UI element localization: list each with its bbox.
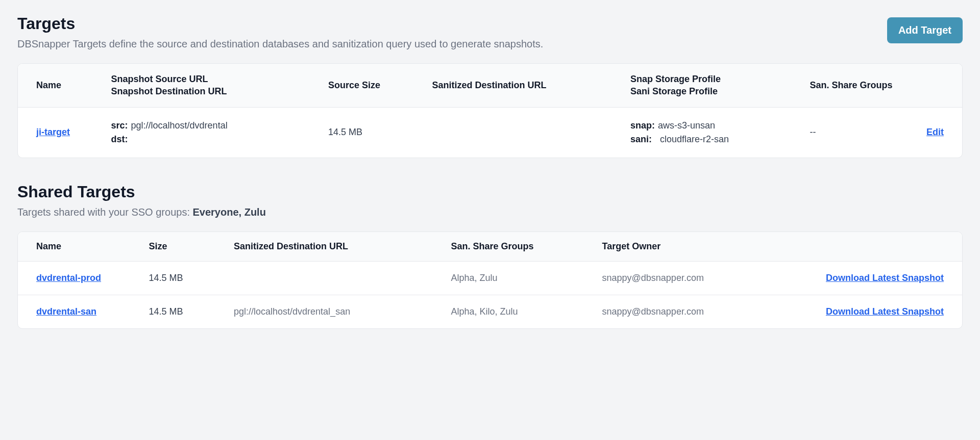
targets-table: Name Snapshot Source URL Snapshot Destin… xyxy=(18,64,962,158)
targets-title: Targets xyxy=(17,14,543,33)
src-label: src: xyxy=(111,120,128,131)
shared-col-san-dest-url: Sanitized Destination URL xyxy=(226,232,443,262)
col-storage-line1: Snap Storage Profile xyxy=(630,73,794,85)
targets-table-card: Name Snapshot Source URL Snapshot Destin… xyxy=(17,63,963,158)
src-value: pgl://localhost/dvdrental xyxy=(131,120,228,131)
col-name: Name xyxy=(18,64,103,107)
snap-label: snap: xyxy=(630,120,655,131)
shared-targets-table-card: Name Size Sanitized Destination URL San.… xyxy=(17,231,963,329)
col-san-dest-url: Sanitized Destination URL xyxy=(424,64,623,107)
col-url: Snapshot Source URL Snapshot Destination… xyxy=(103,64,321,107)
download-snapshot-link[interactable]: Download Latest Snapshot xyxy=(826,306,944,317)
san-dest-url-value xyxy=(424,107,623,158)
shared-table-header-row: Name Size Sanitized Destination URL San.… xyxy=(18,232,962,262)
shared-san-dest-url-value: pgl://localhost/dvdrental_san xyxy=(226,295,443,328)
snap-value: aws-s3-unsan xyxy=(658,120,715,131)
shared-targets-title: Shared Targets xyxy=(17,183,266,201)
target-name-link[interactable]: ji-target xyxy=(36,127,70,137)
shared-subtitle-groups: Everyone, Zulu xyxy=(193,206,266,218)
shared-col-name: Name xyxy=(18,232,141,262)
shared-targets-table: Name Size Sanitized Destination URL San.… xyxy=(18,232,962,328)
col-share-groups: San. Share Groups xyxy=(802,64,915,107)
col-source-size: Source Size xyxy=(320,64,424,107)
shared-col-share-groups: San. Share Groups xyxy=(443,232,594,262)
shared-col-actions xyxy=(802,232,963,262)
shared-subtitle-prefix: Targets shared with your SSO groups: xyxy=(17,206,193,218)
shared-size-value: 14.5 MB xyxy=(141,261,226,295)
shared-targets-subtitle: Targets shared with your SSO groups: Eve… xyxy=(17,206,266,218)
share-groups-value: -- xyxy=(802,107,915,158)
targets-header: Targets DBSnapper Targets define the sou… xyxy=(17,14,963,50)
col-storage-line2: Sani Storage Profile xyxy=(630,85,794,97)
col-url-line2: Snapshot Destination URL xyxy=(111,85,312,97)
shared-target-name-link[interactable]: dvdrental-prod xyxy=(36,273,101,283)
shared-target-name-link[interactable]: dvdrental-san xyxy=(36,306,96,317)
dst-label: dst: xyxy=(111,134,128,144)
download-snapshot-link[interactable]: Download Latest Snapshot xyxy=(826,273,944,283)
targets-subtitle: DBSnapper Targets define the source and … xyxy=(17,38,543,50)
shared-col-owner: Target Owner xyxy=(594,232,802,262)
col-actions xyxy=(915,64,963,107)
table-row: ji-target src:pgl://localhost/dvdrental … xyxy=(18,107,962,158)
shared-owner-value: snappy@dbsnapper.com xyxy=(594,261,802,295)
source-size-value: 14.5 MB xyxy=(320,107,424,158)
table-row: dvdrental-san 14.5 MB pgl://localhost/dv… xyxy=(18,295,962,328)
sani-label: sani: xyxy=(630,134,652,144)
shared-san-dest-url-value xyxy=(226,261,443,295)
shared-targets-header: Shared Targets Targets shared with your … xyxy=(17,183,963,218)
add-target-button[interactable]: Add Target xyxy=(887,17,963,43)
shared-share-groups-value: Alpha, Zulu xyxy=(443,261,594,295)
shared-share-groups-value: Alpha, Kilo, Zulu xyxy=(443,295,594,328)
sani-value: cloudflare-r2-san xyxy=(660,134,729,144)
shared-size-value: 14.5 MB xyxy=(141,295,226,328)
col-storage: Snap Storage Profile Sani Storage Profil… xyxy=(622,64,802,107)
targets-table-header-row: Name Snapshot Source URL Snapshot Destin… xyxy=(18,64,962,107)
shared-owner-value: snappy@dbsnapper.com xyxy=(594,295,802,328)
shared-col-size: Size xyxy=(141,232,226,262)
col-url-line1: Snapshot Source URL xyxy=(111,73,312,85)
edit-link[interactable]: Edit xyxy=(926,127,944,137)
table-row: dvdrental-prod 14.5 MB Alpha, Zulu snapp… xyxy=(18,261,962,295)
